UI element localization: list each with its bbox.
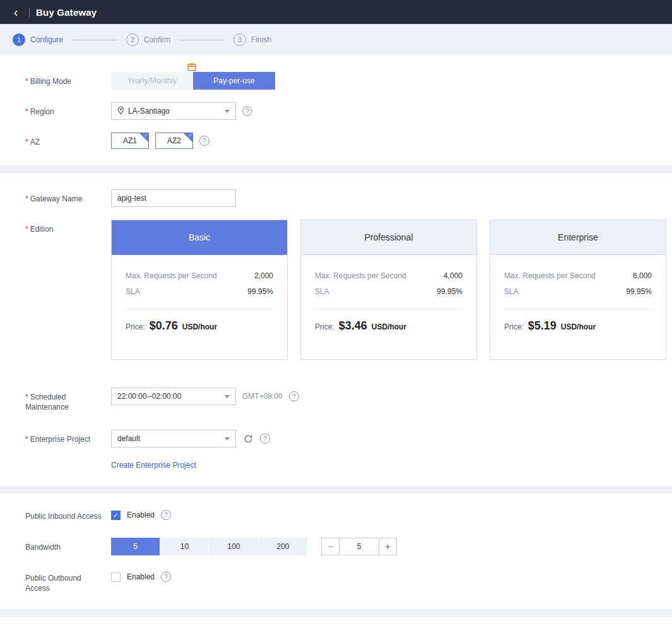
create-enterprise-project-link[interactable]: Create Enterprise Project — [111, 461, 196, 470]
edition-card-enterprise-body: Max. Requests per Second 6,000 SLA 99.95… — [490, 255, 666, 359]
header-divider — [29, 8, 30, 17]
edition-card-enterprise-title: Enterprise — [490, 220, 666, 255]
timezone-text: GMT+08:00 — [242, 392, 283, 401]
section-vpc: *VPC vpc-santiago subnet-santiago ? — [0, 617, 672, 633]
billing-pay-per-use-button[interactable]: Pay-per-use — [193, 72, 275, 90]
public-outbound-enabled-label: Enabled — [127, 572, 155, 581]
bandwidth-options: 5 10 100 200 — [111, 538, 307, 555]
stepper-plus-button[interactable]: + — [379, 538, 396, 555]
public-outbound-checkbox[interactable] — [111, 572, 121, 582]
step-finish: 3 Finish — [233, 33, 271, 46]
page-title: Buy Gateway — [36, 7, 97, 18]
public-inbound-label: Public Inbound Access — [25, 510, 111, 521]
back-icon[interactable]: ‹ — [9, 5, 23, 19]
check-icon: ✓ — [188, 133, 192, 139]
chevron-down-icon — [225, 110, 230, 113]
edition-card-professional-title: Professional — [301, 220, 476, 255]
price-label: Price: — [504, 322, 524, 331]
edition-label: *Edition — [25, 220, 111, 234]
region-help-icon[interactable]: ? — [242, 106, 252, 116]
price-value: $5.19 — [528, 319, 557, 333]
step-finish-label: Finish — [251, 35, 271, 44]
price-value: $0.76 — [150, 319, 178, 333]
promo-tag-icon — [187, 62, 196, 73]
edition-card-professional-body: Max. Requests per Second 4,000 SLA 99.95… — [301, 255, 476, 359]
maintenance-help-icon[interactable]: ? — [289, 391, 299, 401]
sla-label: SLA — [315, 287, 329, 296]
public-outbound-label: Public Outbound Access — [25, 572, 111, 593]
az-label: *AZ — [25, 133, 111, 147]
bandwidth-option-10[interactable]: 10 — [160, 538, 209, 555]
maintenance-window-select[interactable]: 22:00:00--02:00:00 — [111, 387, 236, 405]
step-configure: 1 Configure — [13, 33, 63, 46]
gateway-name-row: *Gateway Name — [25, 189, 672, 207]
billing-mode-toggle: Yearly/Monthly Pay-per-use — [111, 72, 275, 90]
refresh-icon[interactable] — [242, 433, 254, 444]
required-asterisk: * — [25, 393, 28, 401]
gateway-name-input[interactable] — [111, 189, 236, 207]
scheduled-maintenance-row: *Scheduled Maintenance 22:00:00--02:00:0… — [25, 387, 672, 412]
section-gateway-settings: *Gateway Name *Edition Basic Max. Reques… — [0, 173, 672, 486]
price-unit: USD/hour — [182, 322, 217, 331]
required-asterisk: * — [25, 138, 28, 146]
public-inbound-enabled-label: Enabled — [127, 511, 155, 519]
edition-card-basic[interactable]: Basic Max. Requests per Second 2,000 SLA… — [111, 220, 288, 360]
az1-button-label: AZ1 — [123, 136, 137, 145]
page-header: ‹ Buy Gateway — [0, 0, 672, 24]
price-unit: USD/hour — [372, 322, 406, 331]
required-asterisk: * — [25, 225, 28, 234]
price-value: $3.46 — [339, 319, 367, 333]
az1-button[interactable]: AZ1 ✓ — [111, 133, 149, 149]
enterprise-project-value: default — [117, 434, 221, 443]
region-label: *Region — [25, 102, 111, 117]
section-network-access: Public Inbound Access ✓ Enabled ? Bandwi… — [0, 494, 672, 610]
price-unit: USD/hour — [561, 322, 596, 331]
edition-card-professional[interactable]: Professional Max. Requests per Second 4,… — [300, 220, 477, 360]
enterprise-project-select[interactable]: default — [111, 430, 236, 447]
sla-value: 99.95% — [626, 287, 652, 296]
step-connector — [179, 40, 225, 40]
location-pin-icon — [117, 106, 124, 117]
rps-value: 2,000 — [254, 271, 273, 280]
maintenance-window-value: 22:00:00--02:00:00 — [117, 392, 221, 401]
edition-card-enterprise[interactable]: Enterprise Max. Requests per Second 6,00… — [490, 220, 666, 360]
step-configure-label: Configure — [30, 35, 63, 44]
bandwidth-row: Bandwidth 5 10 100 200 − 5 + — [25, 538, 672, 555]
stepper-minus-button[interactable]: − — [322, 538, 339, 555]
required-asterisk: * — [25, 194, 28, 203]
chevron-down-icon — [225, 437, 230, 441]
check-icon: ✓ — [144, 133, 148, 139]
price-label: Price: — [126, 322, 145, 331]
public-inbound-help-icon[interactable]: ? — [161, 510, 171, 520]
gateway-name-label: *Gateway Name — [25, 189, 111, 204]
rps-value: 4,000 — [444, 271, 463, 280]
required-asterisk: * — [25, 77, 28, 86]
step-indicator: 1 Configure 2 Confirm 3 Finish — [0, 24, 672, 56]
bandwidth-option-200[interactable]: 200 — [259, 538, 307, 555]
rps-label: Max. Requests per Second — [504, 271, 596, 280]
public-outbound-help-icon[interactable]: ? — [161, 572, 171, 582]
edition-card-list: Basic Max. Requests per Second 2,000 SLA… — [111, 220, 666, 360]
enterprise-project-row: *Enterprise Project default ? Create Ent… — [25, 430, 672, 470]
edition-card-basic-title: Basic — [112, 220, 287, 255]
bandwidth-option-100[interactable]: 100 — [209, 538, 258, 555]
step-confirm-label: Confirm — [144, 35, 170, 44]
price-label: Price: — [315, 322, 334, 331]
step-confirm: 2 Confirm — [126, 33, 170, 46]
sla-label: SLA — [126, 287, 140, 296]
card-divider — [315, 309, 463, 309]
az-help-icon[interactable]: ? — [199, 136, 209, 146]
bandwidth-option-5[interactable]: 5 — [111, 538, 160, 555]
region-select[interactable]: LA-Santiago — [111, 102, 236, 120]
enterprise-project-help-icon[interactable]: ? — [260, 434, 270, 444]
billing-yearly-monthly-button[interactable]: Yearly/Monthly — [111, 72, 193, 90]
public-inbound-checkbox[interactable]: ✓ — [111, 511, 121, 520]
sla-value: 99.95% — [437, 287, 463, 296]
rps-label: Max. Requests per Second — [315, 271, 406, 280]
bandwidth-stepper-value[interactable]: 5 — [339, 538, 379, 555]
card-divider — [504, 309, 652, 309]
scheduled-maintenance-label: *Scheduled Maintenance — [25, 387, 111, 412]
az2-button[interactable]: AZ2 ✓ — [155, 133, 193, 149]
sla-value: 99.95% — [247, 287, 273, 296]
step-connector — [72, 40, 117, 40]
